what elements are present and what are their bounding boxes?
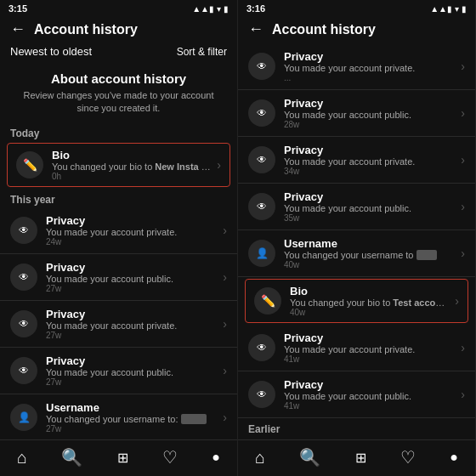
r-username-title: Username bbox=[284, 237, 456, 250]
r-privacy-arrow-6: › bbox=[461, 388, 465, 401]
right-scroll: 👁 Privacy You made your account private.… bbox=[238, 43, 475, 439]
privacy-desc-2: You made your account public. bbox=[46, 274, 218, 284]
r-privacy-time-6: 41w bbox=[284, 401, 456, 411]
privacy-time-3: 27w bbox=[46, 331, 218, 340]
r-privacy-title-5: Privacy bbox=[284, 332, 456, 344]
r-privacy-icon-6: 👁 bbox=[248, 381, 275, 408]
r-privacy-icon-4: 👁 bbox=[248, 193, 275, 220]
r-bio-item[interactable]: ✏️ Bio You changed your bio to Test acco… bbox=[245, 279, 468, 323]
privacy-item-2[interactable]: 👁 Privacy You made your account public. … bbox=[0, 254, 237, 301]
bio-content-today: Bio You changed your bio to New Insta bi… bbox=[52, 149, 212, 181]
r-privacy-time-5: 41w bbox=[284, 354, 456, 364]
r-privacy-title-4: Privacy bbox=[284, 190, 456, 203]
privacy-content-1: Privacy You made your account private. 2… bbox=[46, 214, 218, 246]
left-time: 3:15 bbox=[8, 3, 27, 14]
privacy-title-3: Privacy bbox=[46, 308, 218, 320]
r-bio-content: Bio You changed your bio to Test account… bbox=[290, 285, 450, 317]
left-panel: 3:15 ▲▲▮ ▾ ▮ ← Account history Newest to… bbox=[0, 0, 238, 476]
r-bio-desc: You changed your bio to Test account* bbox=[290, 298, 450, 308]
nav-video-right[interactable]: ⊞ bbox=[355, 450, 366, 466]
r-privacy-item-2[interactable]: 👁 Privacy You made your account public. … bbox=[238, 90, 475, 137]
right-time: 3:16 bbox=[246, 3, 265, 14]
about-desc: Review changes you've made to your accou… bbox=[17, 89, 220, 116]
nav-heart-right[interactable]: ♡ bbox=[400, 447, 416, 468]
r-privacy-desc-6: You made your account public. bbox=[284, 391, 456, 401]
nav-home-right[interactable]: ⌂ bbox=[255, 448, 265, 468]
bio-item-today[interactable]: ✏️ Bio You changed your bio to New Insta… bbox=[7, 143, 230, 187]
sort-label: Newest to oldest bbox=[10, 45, 92, 58]
left-header: ← Account history bbox=[0, 15, 237, 43]
username-desc: You changed your username to: bbox=[46, 414, 218, 424]
r-bio-icon: ✏️ bbox=[254, 287, 281, 314]
r-privacy-content-5: Privacy You made your account private. 4… bbox=[284, 332, 456, 364]
nav-heart-left[interactable]: ♡ bbox=[162, 447, 178, 468]
nav-home-left[interactable]: ⌂ bbox=[17, 448, 27, 468]
right-status-bar: 3:16 ▲▲▮ ▾ ▮ bbox=[238, 0, 475, 15]
r-username-blurred bbox=[416, 250, 437, 260]
section-thisyear: This year bbox=[0, 189, 237, 207]
r-privacy-item-6[interactable]: 👁 Privacy You made your account public. … bbox=[238, 371, 475, 418]
bio-arrow-today: › bbox=[217, 158, 221, 172]
privacy-item-3[interactable]: 👁 Privacy You made your account private.… bbox=[0, 301, 237, 348]
privacy-arrow-3: › bbox=[223, 317, 227, 331]
r-privacy-content-4: Privacy You made your account public. 35… bbox=[284, 190, 456, 223]
nav-profile-left[interactable]: ● bbox=[212, 450, 220, 465]
sort-filter-button[interactable]: Sort & filter bbox=[177, 46, 227, 58]
r-username-item[interactable]: 👤 Username You changed your username to … bbox=[238, 230, 475, 277]
left-status-bar: 3:15 ▲▲▮ ▾ ▮ bbox=[0, 0, 237, 15]
right-header-title: Account history bbox=[272, 22, 376, 37]
r-privacy-item-5[interactable]: 👁 Privacy You made your account private.… bbox=[238, 325, 475, 371]
r-privacy-desc-2: You made your account public. bbox=[284, 110, 456, 120]
username-arrow: › bbox=[223, 411, 227, 424]
privacy-content-4: Privacy You made your account public. 27… bbox=[46, 354, 218, 387]
nav-search-right[interactable]: 🔍 bbox=[299, 447, 320, 468]
username-item[interactable]: 👤 Username You changed your username to:… bbox=[0, 394, 237, 439]
r-privacy-item-1[interactable]: 👁 Privacy You made your account private.… bbox=[238, 43, 475, 90]
privacy-item-4[interactable]: 👁 Privacy You made your account public. … bbox=[0, 348, 237, 394]
privacy-desc-3: You made your account private. bbox=[46, 320, 218, 331]
privacy-icon-3: 👁 bbox=[10, 310, 37, 337]
left-back-button[interactable]: ← bbox=[10, 20, 26, 38]
section-today: Today bbox=[0, 122, 237, 141]
left-header-title: Account history bbox=[34, 22, 138, 37]
bio-icon-today: ✏️ bbox=[16, 151, 43, 178]
r-privacy-time-3: 34w bbox=[284, 167, 456, 176]
privacy-desc-1: You made your account private. bbox=[46, 227, 218, 237]
r-privacy-time-4: 35w bbox=[284, 213, 456, 223]
privacy-arrow-4: › bbox=[223, 364, 227, 377]
r-privacy-content-1: Privacy You made your account private. .… bbox=[284, 50, 456, 82]
r-username-arrow: › bbox=[461, 246, 465, 260]
r-privacy-time-2: 28w bbox=[284, 120, 456, 129]
username-title: Username bbox=[46, 401, 218, 414]
r-privacy-title-3: Privacy bbox=[284, 144, 456, 156]
r-username-time: 40w bbox=[284, 260, 456, 269]
r-privacy-item-3[interactable]: 👁 Privacy You made your account private.… bbox=[238, 137, 475, 184]
r-privacy-content-6: Privacy You made your account public. 41… bbox=[284, 378, 456, 411]
r-privacy-icon-3: 👁 bbox=[248, 146, 275, 173]
nav-search-left[interactable]: 🔍 bbox=[61, 447, 82, 468]
nav-video-left[interactable]: ⊞ bbox=[117, 450, 128, 466]
r-privacy-item-4[interactable]: 👁 Privacy You made your account public. … bbox=[238, 184, 475, 230]
right-bottom-nav: ⌂ 🔍 ⊞ ♡ ● bbox=[238, 439, 475, 476]
privacy-desc-4: You made your account public. bbox=[46, 367, 218, 377]
privacy-item-1[interactable]: 👁 Privacy You made your account private.… bbox=[0, 207, 237, 254]
section-earlier: Earlier bbox=[238, 418, 475, 437]
nav-profile-right[interactable]: ● bbox=[450, 450, 458, 465]
privacy-time-4: 27w bbox=[46, 377, 218, 387]
about-section: About account history Review changes you… bbox=[0, 63, 237, 122]
username-content: Username You changed your username to: 2… bbox=[46, 401, 218, 434]
r-privacy-icon-5: 👁 bbox=[248, 334, 275, 361]
privacy-content-3: Privacy You made your account private. 2… bbox=[46, 308, 218, 340]
r-bio-arrow: › bbox=[455, 294, 459, 308]
right-panel: 3:16 ▲▲▮ ▾ ▮ ← Account history 👁 Privacy… bbox=[238, 0, 476, 476]
r-bio-time: 40w bbox=[290, 308, 450, 317]
r-privacy-content-3: Privacy You made your account private. 3… bbox=[284, 144, 456, 176]
privacy-title-4: Privacy bbox=[46, 354, 218, 367]
r-privacy-desc-3: You made your account private. bbox=[284, 156, 456, 167]
left-status-icons: ▲▲▮ ▾ ▮ bbox=[192, 4, 229, 14]
username-icon: 👤 bbox=[10, 404, 37, 431]
r-username-icon: 👤 bbox=[248, 240, 275, 267]
about-title: About account history bbox=[17, 71, 220, 86]
r-privacy-title-6: Privacy bbox=[284, 378, 456, 391]
right-back-button[interactable]: ← bbox=[248, 20, 264, 38]
